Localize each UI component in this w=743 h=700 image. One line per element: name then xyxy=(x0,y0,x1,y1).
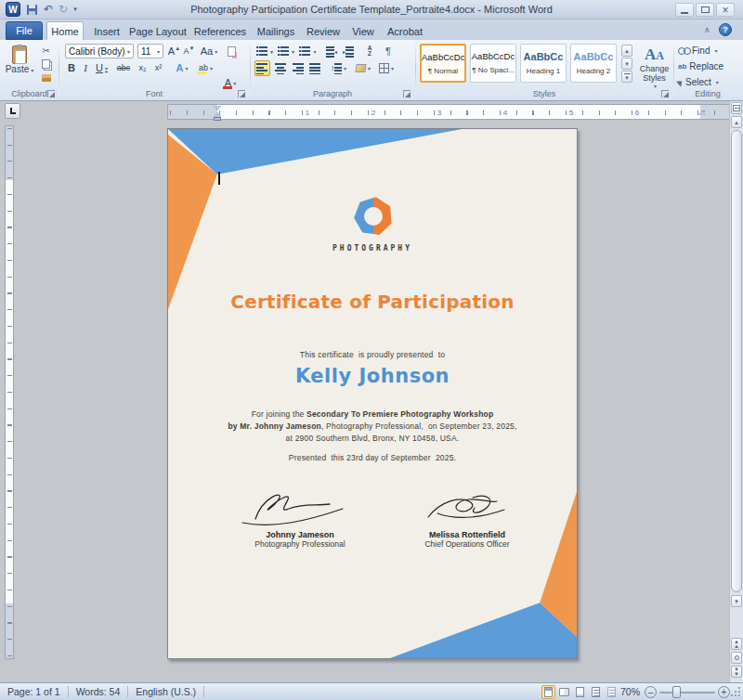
borders-button[interactable] xyxy=(376,60,397,76)
line-spacing-button[interactable]: ↕ xyxy=(328,60,349,76)
numbering-button[interactable] xyxy=(277,44,295,58)
change-case-button[interactable]: Aa xyxy=(199,44,219,58)
language-status[interactable]: English (U.S.) xyxy=(128,683,203,700)
quick-access-dropdown[interactable]: ▾ xyxy=(71,2,80,17)
superscript-button[interactable]: x² xyxy=(151,60,165,75)
word-app-icon[interactable]: W xyxy=(6,2,20,17)
zoom-level[interactable]: 70% xyxy=(620,683,640,700)
clear-formatting-button[interactable] xyxy=(223,44,240,58)
tab-insert[interactable]: Insert xyxy=(89,23,124,40)
view-print-layout-button[interactable] xyxy=(541,685,555,699)
styles-gallery-expand[interactable]: ▼ xyxy=(621,71,632,83)
tab-home[interactable]: Home xyxy=(46,21,84,41)
increase-indent-button[interactable]: ▸ xyxy=(341,44,356,58)
page-count-status[interactable]: Page: 1 of 1 xyxy=(0,683,68,700)
zoom-out-button[interactable]: – xyxy=(645,686,657,698)
ruler-number: 6 xyxy=(635,109,639,117)
font-size-value: 11 xyxy=(141,46,150,57)
word-count-status[interactable]: Words: 54 xyxy=(69,683,128,700)
select-browse-object-button[interactable] xyxy=(731,652,742,664)
font-family-select[interactable]: Calibri (Body) xyxy=(65,44,134,58)
show-paragraph-marks-button[interactable]: ¶ xyxy=(381,44,396,58)
maximize-button[interactable] xyxy=(696,3,714,17)
resize-grip-icon[interactable] xyxy=(738,694,740,696)
tab-references[interactable]: References xyxy=(191,23,249,40)
tab-page-layout[interactable]: Page Layout xyxy=(128,23,188,40)
horizontal-ruler[interactable]: 1 2 3 4 5 6 7 xyxy=(167,104,736,120)
styles-scroll-down[interactable]: ▼ xyxy=(621,58,632,70)
document-page[interactable]: PHOTOGRAPHY Certificate of Participation… xyxy=(167,128,578,659)
font-color-button[interactable]: A xyxy=(221,75,240,90)
strikethrough-button[interactable]: abc xyxy=(113,60,134,75)
style-heading-1[interactable]: AaBbCc Heading 1 xyxy=(520,44,567,83)
align-right-button[interactable] xyxy=(290,60,306,76)
view-outline-button[interactable] xyxy=(589,685,603,699)
highlight-button[interactable]: ab xyxy=(195,60,216,75)
save-button[interactable] xyxy=(24,2,39,17)
style-normal[interactable]: AaBbCcDc ¶ Normal xyxy=(420,44,466,83)
zoom-in-button[interactable]: + xyxy=(718,686,730,698)
tab-file[interactable]: File xyxy=(6,21,43,40)
styles-dialog-launcher[interactable] xyxy=(661,90,669,97)
copy-button[interactable] xyxy=(38,58,54,71)
vertical-scrollbar[interactable]: ▲ ▼ ▲▲ ▼▼ xyxy=(729,101,743,682)
scroll-down-button[interactable]: ▼ xyxy=(731,595,742,607)
left-indent-marker[interactable] xyxy=(214,117,221,121)
shrink-font-button[interactable]: A▼ xyxy=(182,44,196,58)
tab-acrobat[interactable]: Acrobat xyxy=(383,23,427,40)
paste-button[interactable]: Paste xyxy=(5,43,34,85)
multilevel-list-button[interactable] xyxy=(298,44,318,58)
shading-button[interactable] xyxy=(353,60,373,76)
redo-button[interactable]: ↻ xyxy=(56,2,71,17)
grow-font-button[interactable]: A▲ xyxy=(167,44,181,58)
format-painter-button[interactable] xyxy=(38,71,54,84)
first-line-indent-marker[interactable] xyxy=(214,106,221,110)
tab-review[interactable]: Review xyxy=(303,23,344,40)
bold-button[interactable]: B xyxy=(65,60,78,75)
subscript-button[interactable]: x₂ xyxy=(136,60,150,75)
clipboard-dialog-launcher[interactable] xyxy=(47,90,55,97)
undo-button[interactable]: ↶ xyxy=(41,2,56,17)
minimize-button[interactable] xyxy=(675,3,694,17)
underline-button[interactable]: U xyxy=(93,60,111,75)
ribbon-tab-row: File Home Insert Page Layout References … xyxy=(0,19,743,40)
tab-view[interactable]: View xyxy=(347,23,379,40)
view-web-layout-button[interactable] xyxy=(573,685,587,699)
align-left-button[interactable] xyxy=(254,60,270,76)
text-effects-button[interactable]: A xyxy=(173,60,191,75)
previous-page-button[interactable]: ▲▲ xyxy=(731,638,742,650)
font-dialog-launcher[interactable] xyxy=(238,90,245,97)
styles-scroll-up[interactable]: ▲ xyxy=(621,45,632,57)
view-draft-button[interactable] xyxy=(605,685,619,699)
zoom-slider-track[interactable] xyxy=(659,692,715,694)
ruler-ticks xyxy=(170,110,733,115)
next-page-button[interactable]: ▼▼ xyxy=(731,666,742,678)
paragraph-dialog-launcher[interactable] xyxy=(403,90,411,97)
cut-button[interactable]: ✂ xyxy=(38,44,54,57)
style-heading-2[interactable]: AaBbCc Heading 2 xyxy=(570,44,617,83)
find-button[interactable]: Find xyxy=(678,45,717,57)
zoom-slider-handle[interactable] xyxy=(672,686,681,698)
tab-mailings[interactable]: Mailings xyxy=(253,23,299,40)
italic-button[interactable]: I xyxy=(80,60,91,75)
tab-stop-selector[interactable] xyxy=(5,103,20,119)
style-no-spacing[interactable]: AaBbCcDc ¶ No Spaci... xyxy=(470,44,516,83)
minimize-ribbon-icon[interactable]: ∧ xyxy=(704,25,710,34)
sort-button[interactable]: AZ xyxy=(361,44,378,58)
ruler-toggle-button[interactable] xyxy=(731,102,742,114)
scroll-up-button[interactable]: ▲ xyxy=(731,116,742,128)
vertical-ruler[interactable] xyxy=(5,125,14,659)
right-indent-marker[interactable] xyxy=(698,110,706,115)
help-button[interactable]: ? xyxy=(719,23,732,36)
align-center-button[interactable] xyxy=(272,60,288,76)
close-button[interactable]: × xyxy=(716,3,735,17)
font-size-select[interactable]: 11 xyxy=(137,44,163,58)
replace-button[interactable]: abReplace xyxy=(678,60,723,72)
justify-button[interactable] xyxy=(307,60,323,76)
change-styles-button[interactable]: AA Change Styles xyxy=(637,43,671,93)
select-button[interactable]: Select xyxy=(678,76,719,88)
scrollbar-thumb[interactable] xyxy=(731,130,742,592)
view-full-screen-button[interactable] xyxy=(557,685,571,699)
decrease-indent-button[interactable]: ◂ xyxy=(324,44,339,58)
bullets-button[interactable] xyxy=(255,44,274,58)
